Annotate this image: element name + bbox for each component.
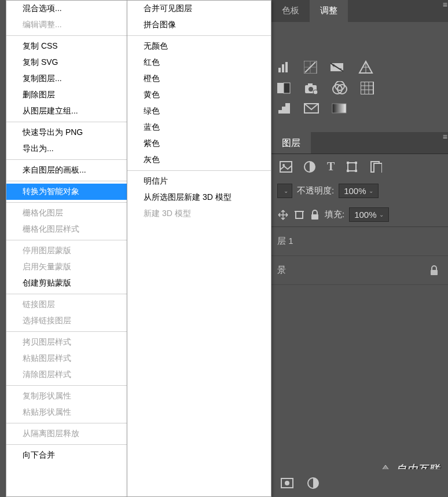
adjustment-icons-row-3 bbox=[271, 98, 448, 118]
mi-select-linked: 选择链接图层 bbox=[6, 313, 127, 329]
image-filter-icon[interactable] bbox=[280, 161, 292, 173]
curves-icon[interactable] bbox=[304, 61, 318, 74]
svg-rect-39 bbox=[431, 270, 438, 275]
mi-link-layers: 链接图层 bbox=[6, 297, 127, 313]
mi-clear-layer-style: 清除图层样式 bbox=[6, 367, 127, 383]
layer-row-background[interactable]: 景 bbox=[271, 256, 448, 285]
svg-rect-2 bbox=[285, 62, 288, 72]
mi-purple[interactable]: 紫色 bbox=[127, 136, 271, 152]
mi-copy-layer-style: 拷贝图层样式 bbox=[6, 334, 127, 350]
svg-rect-34 bbox=[374, 163, 382, 173]
fill-label: 填充: bbox=[325, 209, 344, 220]
text-filter-icon[interactable]: T bbox=[327, 160, 335, 173]
mi-disable-layer-mask: 停用图层蒙版 bbox=[6, 243, 127, 259]
mi-postcard[interactable]: 明信片 bbox=[127, 173, 271, 189]
svg-rect-12 bbox=[308, 83, 313, 86]
adjustment-filter-icon[interactable] bbox=[304, 161, 315, 173]
exposure-icon[interactable]: +− bbox=[331, 61, 346, 74]
mi-green[interactable]: 绿色 bbox=[127, 103, 271, 119]
mi-orange[interactable]: 橙色 bbox=[127, 71, 271, 87]
mask-footer-icon[interactable] bbox=[281, 478, 293, 488]
svg-rect-35 bbox=[296, 211, 303, 218]
mi-edit-adjust: 编辑调整... bbox=[6, 17, 127, 33]
svg-point-13 bbox=[309, 87, 313, 92]
mi-rasterize-style: 栅格化图层样式 bbox=[6, 221, 127, 237]
svg-text:+: + bbox=[332, 63, 336, 69]
mi-paste-shape-attrs: 粘贴形状属性 bbox=[6, 404, 127, 421]
grid-icon[interactable] bbox=[361, 82, 374, 94]
shape-filter-icon[interactable] bbox=[346, 161, 359, 173]
mi-yellow[interactable]: 黄色 bbox=[127, 87, 271, 103]
mi-merge-down[interactable]: 向下合并 bbox=[6, 447, 127, 463]
mi-duplicate-layer[interactable]: 复制图层... bbox=[6, 71, 127, 87]
adjustment-footer-icon[interactable] bbox=[307, 477, 319, 489]
mi-rasterize-layer: 栅格化图层 bbox=[6, 205, 127, 221]
mi-export-as[interactable]: 导出为... bbox=[6, 141, 127, 157]
mi-quick-export-png[interactable]: 快速导出为 PNG bbox=[6, 125, 127, 141]
mi-copy-svg[interactable]: 复制 SVG bbox=[6, 54, 127, 71]
mi-convert-smart[interactable]: 转换为智能对象 bbox=[6, 184, 127, 200]
mi-paste-layer-style: 粘贴图层样式 bbox=[6, 350, 127, 367]
svg-point-14 bbox=[313, 90, 318, 94]
tab-layers[interactable]: 图层 bbox=[271, 132, 311, 154]
stairs-icon[interactable] bbox=[277, 102, 291, 115]
svg-rect-31 bbox=[347, 170, 349, 172]
mi-create-clipping-mask[interactable]: 创建剪贴蒙版 bbox=[6, 275, 127, 291]
mi-gray[interactable]: 灰色 bbox=[127, 152, 271, 168]
opacity-label: 不透明度: bbox=[297, 185, 334, 196]
mi-new-3d: 新建 3D 模型 bbox=[127, 206, 271, 222]
svg-rect-1 bbox=[282, 64, 284, 72]
svg-rect-9 bbox=[277, 83, 284, 93]
mi-enable-vector-mask: 启用矢量蒙版 bbox=[6, 259, 127, 275]
tab-adjustments[interactable]: 调整 bbox=[310, 0, 348, 22]
blend-mode-dropdown[interactable]: ⌄ bbox=[277, 184, 292, 198]
mi-no-color[interactable]: 无颜色 bbox=[127, 38, 271, 54]
gradient-icon[interactable] bbox=[332, 103, 347, 114]
opacity-input[interactable]: 100%⌄ bbox=[339, 184, 378, 198]
svg-rect-0 bbox=[278, 68, 281, 72]
tab-swatches[interactable]: 色板 bbox=[271, 0, 310, 22]
mi-release-isolation: 从隔离图层释放 bbox=[6, 426, 127, 442]
svg-rect-18 bbox=[361, 82, 373, 94]
fill-input[interactable]: 100%⌄ bbox=[349, 207, 388, 222]
layers-menu-icon[interactable]: ≡ bbox=[443, 132, 448, 154]
mi-group-from-layers[interactable]: 从图层建立组... bbox=[6, 103, 127, 119]
envelope-icon[interactable] bbox=[304, 103, 319, 114]
opacity-row: ⌄ 不透明度: 100%⌄ bbox=[271, 179, 448, 203]
right-panel: 色板 调整 ≡ +− 图层 ≡ T ⌄ 不透明度: 100%⌄ bbox=[271, 0, 448, 497]
smart-filter-icon[interactable] bbox=[370, 161, 382, 173]
histogram-icon[interactable] bbox=[277, 61, 291, 74]
artboard-lock-icon[interactable] bbox=[293, 209, 305, 221]
layer-footer bbox=[271, 469, 448, 497]
panel-menu-icon[interactable]: ≡ bbox=[443, 0, 448, 22]
layers-tabs: 图层 ≡ bbox=[271, 132, 448, 154]
layer-name: 层 1 bbox=[277, 236, 293, 247]
svg-rect-38 bbox=[311, 214, 318, 220]
mi-copy-css[interactable]: 复制 CSS bbox=[6, 38, 127, 54]
mi-flatten[interactable]: 拼合图像 bbox=[127, 17, 271, 33]
split-icon[interactable] bbox=[277, 82, 291, 94]
mi-blue[interactable]: 蓝色 bbox=[127, 119, 271, 136]
svg-point-41 bbox=[285, 481, 289, 485]
lock-all-icon[interactable] bbox=[310, 209, 320, 221]
layer-row-1[interactable]: 层 1 bbox=[271, 227, 448, 256]
overlap-circles-icon[interactable] bbox=[332, 81, 348, 95]
context-menu-right: 合并可见图层 拼合图像 无颜色 红色 橙色 黄色 绿色 蓝色 紫色 灰色 明信片… bbox=[127, 0, 271, 497]
svg-rect-10 bbox=[284, 83, 290, 93]
svg-rect-29 bbox=[347, 162, 349, 164]
fill-row: 填充: 100%⌄ bbox=[271, 203, 448, 226]
mi-blend-options[interactable]: 混合选项... bbox=[6, 1, 127, 17]
svg-rect-28 bbox=[348, 163, 356, 171]
triangle-icon[interactable] bbox=[358, 60, 373, 74]
mi-merge-visible[interactable]: 合并可见图层 bbox=[127, 1, 271, 17]
camera-icon[interactable] bbox=[304, 82, 319, 94]
svg-rect-32 bbox=[355, 170, 357, 172]
mi-new-3d-from-selection[interactable]: 从所选图层新建 3D 模型 bbox=[127, 189, 271, 206]
mi-copy-shape-attrs: 复制形状属性 bbox=[6, 388, 127, 404]
mi-delete-layer[interactable]: 删除图层 bbox=[6, 87, 127, 103]
layer-filter-row: T bbox=[271, 154, 448, 179]
mi-artboard-from-layers[interactable]: 来自图层的画板... bbox=[6, 162, 127, 178]
lock-icon[interactable] bbox=[429, 265, 439, 276]
move-lock-icon[interactable] bbox=[277, 209, 289, 221]
mi-red[interactable]: 红色 bbox=[127, 54, 271, 71]
